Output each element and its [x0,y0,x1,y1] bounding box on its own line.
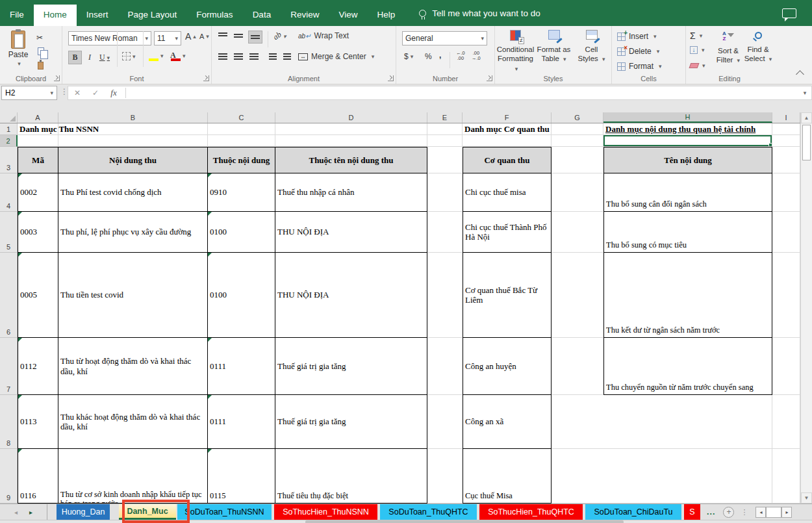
merge-center-button[interactable]: ↔Merge & Center▾ [298,52,374,61]
center-button[interactable] [234,53,243,60]
column-header-i[interactable]: I [772,112,800,123]
horizontal-scroll-thumb[interactable] [305,520,624,523]
column-header-h[interactable]: H [603,112,772,123]
cell-h4[interactable]: Thu bổ sung cân đối ngân sách [603,173,772,212]
italic-button[interactable]: I [84,51,95,64]
alignment-dialog-launcher-icon[interactable] [388,75,394,81]
cut-button[interactable]: ✂ [36,32,48,43]
cell-e8[interactable] [427,395,463,449]
tab-help[interactable]: Help [367,4,405,26]
cell-a4[interactable]: 0002 [18,173,58,212]
decrease-decimal-button[interactable]: .00→.0 [472,51,481,62]
select-all-button[interactable] [0,112,18,123]
cell-d1[interactable] [275,123,427,135]
sort-filter-button[interactable]: AZ Sort & Filter ▾ [713,30,743,65]
top-align-button[interactable] [218,32,227,36]
cell-d7[interactable]: Thuế giá trị gia tăng [275,338,427,395]
vertical-scrollbar[interactable]: ▲ ▼ [800,112,812,504]
cell-h2-selected[interactable] [603,135,772,147]
cell-a6[interactable]: 0005 [18,253,58,338]
column-header-e[interactable]: E [427,112,463,123]
format-cells-button[interactable]: Format ▾ [617,60,662,73]
tab-bar-splitter[interactable]: ⋮ [741,508,748,517]
tab-review[interactable]: Review [281,4,329,26]
collapse-ribbon-icon[interactable] [796,70,804,79]
cancel-icon[interactable]: ✕ [68,88,86,97]
sheet-tab-sothuchien-thuqhtc[interactable]: SoThucHien_ThuQHTC [479,504,583,520]
row-header-4[interactable]: 4 [0,173,18,212]
align-left-button[interactable] [218,53,227,60]
column-header-a[interactable]: A [18,112,58,123]
hscroll-thumb[interactable] [766,507,781,518]
tab-home[interactable]: Home [34,5,77,26]
bottom-align-button[interactable] [248,31,262,44]
middle-align-button[interactable] [234,34,243,38]
row-header-8[interactable]: 8 [0,395,18,449]
cell-a3[interactable]: Mã [18,147,58,173]
percent-style-button[interactable]: % [425,52,432,61]
row-header-2[interactable]: 2 [0,135,18,147]
cell-f7[interactable]: Công an huyện [463,338,552,395]
tell-me-box[interactable]: Tell me what you want to do [419,8,540,26]
clipboard-dialog-launcher-icon[interactable] [54,75,60,81]
cell-b9[interactable]: Thu từ cơ sở kinh doanh nhập khẩu tiếp t… [58,449,208,504]
tab-data[interactable]: Data [243,4,281,26]
cell-e9[interactable] [427,449,463,504]
new-sheet-button[interactable]: + [723,507,734,518]
row-header-1[interactable]: 1 [0,123,18,135]
cell-i6[interactable] [772,253,800,338]
wrap-text-button[interactable]: ab↵Wrap Text [298,31,349,40]
underline-button[interactable]: U▾ [96,51,113,64]
column-header-c[interactable]: C [208,112,275,123]
cell-b7[interactable]: Thu từ hoạt động thăm dò và khai thác dầ… [58,338,208,395]
cell-g5[interactable] [552,212,603,253]
increase-indent-button[interactable] [283,53,291,60]
row-header-7[interactable]: 7 [0,338,18,395]
cell-e1[interactable] [427,123,463,135]
tab-file[interactable]: File [0,4,34,26]
sheet-tab-huong-dan[interactable]: Huong_Dan [57,504,110,520]
cell-i5[interactable] [772,212,800,253]
sheet-nav-right-icon[interactable]: ▸ [29,509,32,516]
cell-f4[interactable]: Chi cục thuế misa [463,173,552,212]
grow-font-button[interactable]: A▴ [185,31,196,42]
cell-c9[interactable]: 0115 [208,449,275,504]
format-painter-button[interactable] [38,60,49,71]
clear-button[interactable]: ▾ [690,59,712,71]
cell-styles-button[interactable]: Cell Styles ▾ [573,30,610,64]
cell-f2[interactable] [463,135,552,147]
cell-d2[interactable] [275,135,427,147]
row-header-3[interactable]: 3 [0,147,18,173]
tab-formulas[interactable]: Formulas [186,4,242,26]
cell-d5[interactable]: THU NỘI ĐỊA [275,212,427,253]
number-dialog-launcher-icon[interactable] [487,75,492,81]
cell-h1[interactable]: Danh mục nội dung thu quan hệ tài chính [603,123,772,135]
copy-button[interactable] [38,45,49,57]
cell-c2[interactable] [208,135,275,147]
cell-f9[interactable]: Cục thuế Misa [463,449,552,504]
cell-e7[interactable] [427,338,463,395]
cell-a9[interactable]: 0116 [18,449,58,504]
sheet-tabs-overflow[interactable]: ... [703,504,719,520]
find-select-button[interactable]: Find & Select ▾ [743,30,773,64]
sheet-tab-sodutoan-thunsnn[interactable]: SoDuToan_ThuNSNN [177,504,272,520]
sheet-tab-partial[interactable]: S [684,504,700,520]
cell-h6[interactable]: Thu kết dư từ ngân sách năm trước [603,253,772,338]
fill-button[interactable]: ↓▾ [690,44,712,56]
cell-a2[interactable] [18,135,58,147]
cell-e4[interactable] [427,173,463,212]
cell-e3[interactable] [427,147,463,173]
cell-f5[interactable]: Chi cục thuế Thành Phố Hà Nội [463,212,552,253]
cell-g6[interactable] [552,253,603,338]
fill-handle[interactable] [768,143,772,146]
cell-b5[interactable]: Thu phí, lệ phí phục vụ xây cầu đường [58,212,208,253]
cell-g1[interactable] [552,123,603,135]
cell-i4[interactable] [772,173,800,212]
number-format-combo[interactable]: General ▾ [402,31,487,45]
cell-h9[interactable] [603,449,772,504]
scroll-down-icon[interactable]: ▼ [801,492,812,504]
cell-b2[interactable] [58,135,208,147]
font-dialog-launcher-icon[interactable] [203,75,209,81]
cell-e6[interactable] [427,253,463,338]
cell-c4[interactable]: 0910 [208,173,275,212]
